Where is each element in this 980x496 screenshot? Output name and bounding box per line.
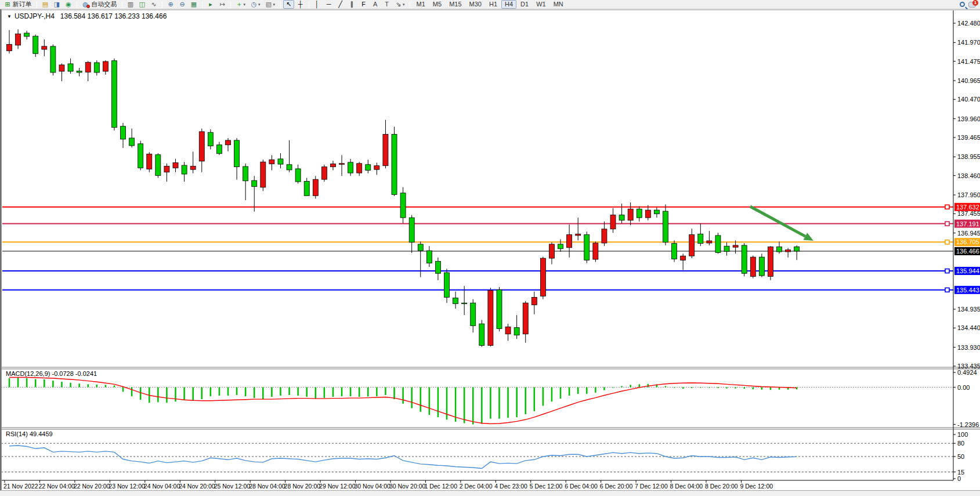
zoom-in-button[interactable]: ⊕ xyxy=(165,0,176,9)
candle xyxy=(750,256,755,278)
templates-button[interactable]: ▧▾ xyxy=(263,0,278,9)
time-axis-label: 6 Dec 04:00 xyxy=(565,483,598,490)
line-chart-button[interactable]: ∿ xyxy=(149,0,160,9)
hline-handle[interactable] xyxy=(945,269,949,273)
chevron-down-icon: ▾ xyxy=(403,1,405,8)
text-label-button[interactable]: T xyxy=(381,0,392,9)
hline-handle[interactable] xyxy=(945,205,949,209)
candle xyxy=(479,320,484,347)
text-label-icon: T xyxy=(384,1,390,8)
time-axis-label: 8 Dec 04:00 xyxy=(670,483,703,490)
bar-chart-icon: ▥ xyxy=(128,1,134,8)
ohlc-readout: 136.584 136.617 136.233 136.466 xyxy=(60,12,167,20)
timeframe-m1-button[interactable]: M1 xyxy=(413,0,429,9)
trendline-icon: ╱ xyxy=(337,1,343,8)
navigator-button[interactable]: ◉ xyxy=(63,0,74,9)
time-axis-label: 28 Nov 04:00 xyxy=(249,483,285,490)
text-icon: A xyxy=(372,1,378,8)
trendline-button[interactable]: ╱ xyxy=(335,0,346,9)
auto-scroll-button[interactable]: ▸ xyxy=(205,0,216,9)
toolbar-separator xyxy=(309,1,309,8)
chart-dropdown-icon[interactable]: ▼ xyxy=(7,14,12,19)
rsi-axis-label: 50 xyxy=(957,453,964,460)
candle xyxy=(672,240,677,262)
chart-canvas[interactable]: 142.480141.970141.475140.965140.470139.9… xyxy=(1,9,980,490)
fibonacci-button[interactable]: F xyxy=(358,0,369,9)
time-axis-label: 8 Dec 20:00 xyxy=(705,483,738,490)
new-order-label: 新订单 xyxy=(13,1,32,8)
hline-handle[interactable] xyxy=(945,222,949,226)
candle xyxy=(584,231,590,263)
autotrading-label: 自动交易 xyxy=(92,1,117,8)
chevron-down-icon: ▾ xyxy=(258,1,261,8)
navigator-icon: ◉ xyxy=(66,1,72,8)
zoom-in-icon: ⊕ xyxy=(168,1,174,8)
market-watch-icon: ▤ xyxy=(42,1,49,8)
timeframe-m5-button[interactable]: M5 xyxy=(429,0,445,9)
rsi-axis-label: 0 xyxy=(957,475,961,482)
arrows-tool-button[interactable]: ⇘▾ xyxy=(393,0,407,9)
candle xyxy=(313,176,318,198)
price-line-tag-label: 137.191 xyxy=(956,220,979,227)
horizontal-line-button[interactable]: ─ xyxy=(323,0,334,9)
hline-handle[interactable] xyxy=(945,288,949,292)
chevron-down-icon: ▾ xyxy=(244,1,246,8)
timeframe-m30-button[interactable]: M30 xyxy=(466,0,485,9)
periods-button[interactable]: ◷▾ xyxy=(248,0,263,9)
market-watch-button[interactable]: ▤ xyxy=(40,0,51,9)
price-tick-label: 141.970 xyxy=(957,39,980,46)
time-axis-label: 9 Dec 12:00 xyxy=(740,483,773,490)
time-axis-label: 5 Dec 12:00 xyxy=(530,483,563,490)
timeframe-m15-button[interactable]: M15 xyxy=(446,0,465,9)
price-tick-label: 140.965 xyxy=(957,77,980,84)
crosshair-icon: ┼ xyxy=(297,1,303,8)
candle xyxy=(147,152,152,172)
text-button[interactable]: A xyxy=(370,0,381,9)
equidistant-channel-button[interactable]: ∥ xyxy=(346,0,357,9)
rsi-axis-label: 15 xyxy=(957,469,964,476)
zoom-out-button[interactable]: ⊖ xyxy=(177,0,188,9)
symbol-period-label: USDJPY-,H4 xyxy=(15,12,55,20)
cursor-button[interactable]: ↖ xyxy=(283,0,294,9)
timeframe-mn-button[interactable]: MN xyxy=(550,0,567,9)
vertical-line-button[interactable]: │ xyxy=(312,0,323,9)
indicators-button[interactable]: ＋▾ xyxy=(234,0,248,9)
timeframe-h1-button[interactable]: H1 xyxy=(486,0,501,9)
bar-chart-button[interactable]: ▥ xyxy=(125,0,136,9)
hline-handle[interactable] xyxy=(945,240,949,244)
autotrading-button[interactable]: ◍自动交易 xyxy=(80,0,120,9)
crosshair-button[interactable]: ┼ xyxy=(295,0,306,9)
auto-scroll-icon: ▸ xyxy=(208,1,214,8)
data-window-button[interactable]: ◨ xyxy=(52,0,63,9)
time-axis-label: 1 Dec 12:00 xyxy=(424,483,457,490)
chat-icon[interactable]: 1 xyxy=(968,2,976,8)
candle xyxy=(111,59,117,131)
timeframe-d1-button[interactable]: D1 xyxy=(517,0,532,9)
price-line-tag-label: 135.443 xyxy=(956,287,979,294)
indicators-icon: ＋ xyxy=(236,1,243,8)
price-tick-label: 141.475 xyxy=(957,58,980,65)
new-order-button[interactable]: ⊞新订单 xyxy=(2,0,34,9)
timeframe-w1-button[interactable]: W1 xyxy=(533,0,549,9)
candle xyxy=(392,126,397,196)
candle xyxy=(321,165,327,182)
price-line-tag-label: 135.944 xyxy=(956,267,979,274)
search-icon[interactable] xyxy=(960,2,965,7)
tile-windows-button[interactable]: ▦ xyxy=(189,0,200,9)
candle xyxy=(261,160,266,191)
candle xyxy=(33,35,38,57)
chart-shift-button[interactable]: ↦ xyxy=(217,0,228,9)
fibonacci-icon: F xyxy=(360,1,367,8)
price-tick-label: 142.480 xyxy=(957,20,980,27)
timeframe-h4-button[interactable]: H4 xyxy=(501,0,516,9)
candle xyxy=(50,45,56,76)
candlestick-chart-button[interactable]: ◫ xyxy=(137,0,148,9)
price-tick-label: 137.950 xyxy=(957,191,980,198)
tile-windows-icon: ▦ xyxy=(191,1,197,8)
price-tick-label: 136.945 xyxy=(957,230,980,237)
data-window-icon: ◨ xyxy=(54,1,60,8)
time-axis-label: 24 Nov 20:00 xyxy=(179,483,215,490)
price-tick-label: 139.465 xyxy=(957,134,980,141)
time-axis-label: 4 Dec 23:00 xyxy=(494,483,527,490)
price-tick-label: 137.455 xyxy=(957,210,980,217)
